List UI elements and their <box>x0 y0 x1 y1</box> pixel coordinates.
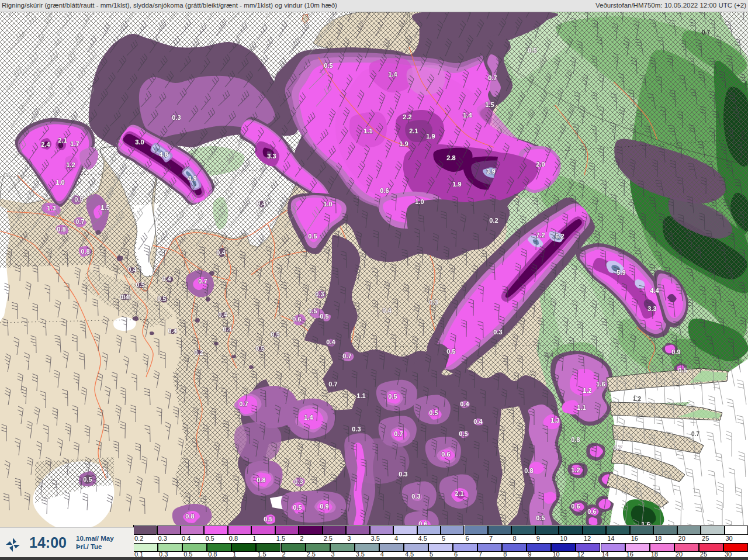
svg-text:0.5: 0.5 <box>271 331 279 338</box>
svg-text:0.4: 0.4 <box>473 418 483 425</box>
svg-text:2.1: 2.1 <box>409 127 418 134</box>
svg-text:0.5: 0.5 <box>157 295 166 302</box>
svg-text:2.1: 2.1 <box>455 490 463 497</box>
svg-text:3.0: 3.0 <box>135 139 144 146</box>
svg-text:0.7: 0.7 <box>239 400 248 407</box>
svg-text:1.5: 1.5 <box>101 204 109 211</box>
svg-text:0.3: 0.3 <box>315 291 324 298</box>
svg-text:0.5: 0.5 <box>388 393 397 400</box>
svg-text:6.2: 6.2 <box>555 233 564 240</box>
svg-text:0.5: 0.5 <box>293 504 302 511</box>
svg-text:0.6: 0.6 <box>292 316 301 323</box>
svg-text:0.3: 0.3 <box>399 471 407 478</box>
svg-text:1.4: 1.4 <box>463 112 472 119</box>
svg-text:0.7: 0.7 <box>394 430 403 437</box>
svg-text:0.2: 0.2 <box>489 217 498 224</box>
svg-text:1.7: 1.7 <box>70 140 79 147</box>
svg-text:0.8: 0.8 <box>81 248 89 255</box>
svg-text:0.4: 0.4 <box>168 327 177 334</box>
svg-text:1.2: 1.2 <box>633 396 641 402</box>
svg-text:0.7: 0.7 <box>691 431 699 437</box>
svg-text:0.4: 0.4 <box>545 352 553 358</box>
svg-text:0.5: 0.5 <box>536 514 545 521</box>
svg-text:0.3: 0.3 <box>352 426 361 433</box>
svg-text:1.9: 1.9 <box>426 133 435 140</box>
svg-text:1.1: 1.1 <box>577 404 586 411</box>
svg-text:4.4: 4.4 <box>650 287 659 294</box>
svg-text:0.5: 0.5 <box>324 62 333 69</box>
svg-text:2.1: 2.1 <box>58 137 67 144</box>
svg-text:0.5: 0.5 <box>459 430 468 437</box>
svg-text:0.7: 0.7 <box>702 29 710 36</box>
svg-text:1.2: 1.2 <box>583 387 591 394</box>
svg-text:0.4: 0.4 <box>120 293 129 300</box>
svg-text:0.7: 0.7 <box>613 444 622 451</box>
svg-text:0.4: 0.4 <box>257 200 266 207</box>
svg-text:0.4: 0.4 <box>216 249 226 256</box>
svg-text:1.9: 1.9 <box>452 181 461 188</box>
svg-text:1.5: 1.5 <box>485 101 494 108</box>
svg-text:0.5: 0.5 <box>429 409 438 416</box>
svg-text:0.5: 0.5 <box>320 313 328 320</box>
svg-text:0.4: 0.4 <box>127 266 137 273</box>
svg-text:0.6: 0.6 <box>380 187 389 194</box>
svg-text:0.4: 0.4 <box>326 338 335 345</box>
svg-text:3.3: 3.3 <box>267 153 276 160</box>
svg-text:1.1: 1.1 <box>356 392 365 399</box>
svg-text:1.2: 1.2 <box>571 466 580 473</box>
svg-text:1.3: 1.3 <box>47 205 56 212</box>
svg-text:1.1: 1.1 <box>363 127 372 134</box>
svg-text:69N: 69N <box>740 131 746 141</box>
svg-text:0.9: 0.9 <box>671 348 680 355</box>
svg-text:0.2: 0.2 <box>194 349 203 356</box>
svg-text:0.5: 0.5 <box>83 476 92 483</box>
svg-text:7.2: 7.2 <box>536 231 545 238</box>
svg-text:0.4: 0.4 <box>223 326 232 333</box>
svg-text:1.0: 1.0 <box>415 198 424 205</box>
svg-text:0.5: 0.5 <box>678 367 687 374</box>
svg-text:0.6: 0.6 <box>587 508 596 515</box>
svg-text:0.5: 0.5 <box>74 196 83 203</box>
svg-text:1.9: 1.9 <box>399 140 408 147</box>
svg-text:0.3: 0.3 <box>172 114 181 121</box>
svg-text:0.4: 0.4 <box>460 400 469 407</box>
svg-text:3.3: 3.3 <box>647 305 656 312</box>
svg-text:1.3: 1.3 <box>550 417 559 424</box>
svg-text:0.5: 0.5 <box>136 281 144 288</box>
svg-text:0.7: 0.7 <box>342 352 351 359</box>
svg-text:0.7: 0.7 <box>198 278 207 285</box>
svg-text:0.7: 0.7 <box>488 74 497 81</box>
svg-text:0.5: 0.5 <box>308 307 317 314</box>
svg-text:0.3: 0.3 <box>429 299 438 306</box>
svg-text:2.0: 2.0 <box>536 161 545 168</box>
svg-text:1.0: 1.0 <box>56 179 64 186</box>
svg-text:0.8: 0.8 <box>257 476 265 483</box>
svg-text:4.8: 4.8 <box>159 151 168 158</box>
svg-text:0.7: 0.7 <box>75 218 84 225</box>
svg-text:5.9: 5.9 <box>617 269 625 276</box>
svg-text:4.9: 4.9 <box>188 175 196 182</box>
svg-text:0.3: 0.3 <box>294 478 303 485</box>
svg-text:0.5: 0.5 <box>264 516 272 523</box>
svg-text:0.8: 0.8 <box>524 467 533 474</box>
svg-text:0.7: 0.7 <box>328 381 337 388</box>
svg-text:1.6: 1.6 <box>596 381 605 388</box>
svg-text:0.3: 0.3 <box>493 329 502 336</box>
svg-text:3.9: 3.9 <box>486 168 495 175</box>
svg-text:0.4: 0.4 <box>162 275 171 282</box>
svg-text:0.3: 0.3 <box>411 493 420 500</box>
svg-text:0.5: 0.5 <box>528 47 536 54</box>
svg-text:0.5: 0.5 <box>308 233 317 240</box>
svg-text:1.4: 1.4 <box>304 414 313 421</box>
svg-text:0.6: 0.6 <box>571 503 580 510</box>
svg-text:0.5: 0.5 <box>255 345 264 352</box>
svg-text:1.2: 1.2 <box>66 161 75 168</box>
svg-text:1.0: 1.0 <box>323 201 332 208</box>
svg-text:0.6: 0.6 <box>441 451 450 458</box>
svg-text:0.5: 0.5 <box>446 348 455 355</box>
svg-text:0.4: 0.4 <box>218 311 227 318</box>
svg-text:2.4: 2.4 <box>41 141 50 148</box>
svg-text:2.2: 2.2 <box>403 113 411 120</box>
svg-text:0.8: 0.8 <box>57 226 65 233</box>
svg-text:0.8: 0.8 <box>571 436 580 443</box>
